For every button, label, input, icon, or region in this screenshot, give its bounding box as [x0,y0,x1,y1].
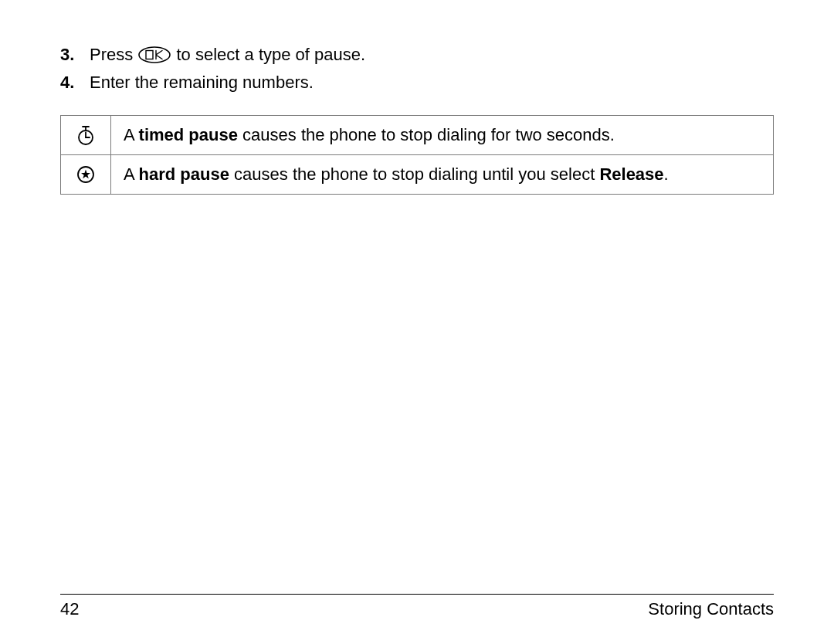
stopwatch-icon [67,124,104,146]
pause-description-cell: A timed pause causes the phone to stop d… [111,116,774,155]
star-circle-icon [67,164,104,185]
page-footer: 42 Storing Contacts [60,594,774,621]
footer-rule [60,594,774,595]
text-end: . [664,164,669,184]
svg-point-0 [139,47,170,63]
table-row: A timed pause causes the phone to stop d… [61,116,774,155]
section-title: Storing Contacts [648,598,774,621]
page-number: 42 [60,598,79,621]
ok-key-icon [137,46,171,63]
step-text-after: to select a type of pause. [176,45,365,64]
table-row: A hard pause causes the phone to stop di… [61,155,774,195]
text-bold: hard pause [139,164,229,184]
step-item: 4. Enter the remaining numbers. [60,71,774,94]
steps-list: 3. Press to select a type of pause. 4. E… [60,43,774,93]
text-bold: timed pause [139,125,238,144]
text-post: causes the phone to stop dialing for two… [238,125,615,144]
step-text-before: Press [90,45,137,64]
step-number: 4. [60,71,90,94]
step-text: Enter the remaining numbers. [90,71,774,94]
text-bold-2: Release [599,164,663,184]
svg-rect-1 [146,51,153,59]
document-page: 3. Press to select a type of pause. 4. E… [0,0,834,195]
pause-icon-cell [61,155,111,195]
pause-description-cell: A hard pause causes the phone to stop di… [111,155,774,195]
text-pre: A [124,164,139,184]
step-text: Press to select a type of pause. [90,43,774,66]
pause-icon-cell [61,116,111,155]
text-post: causes the phone to stop dialing until y… [229,164,599,184]
step-item: 3. Press to select a type of pause. [60,43,774,66]
step-number: 3. [60,43,90,66]
pause-types-table: A timed pause causes the phone to stop d… [60,115,774,194]
text-pre: A [124,125,139,144]
